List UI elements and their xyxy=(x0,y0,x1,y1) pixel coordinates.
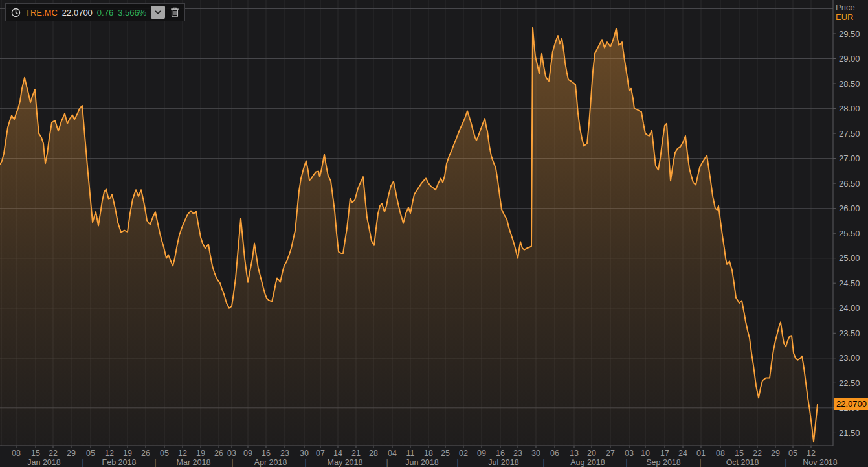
x-tick-label: 09 xyxy=(243,449,252,458)
x-month-label: Nov 2018 xyxy=(803,458,838,467)
y-axis-title-price: Price xyxy=(836,3,855,12)
x-month-label: Jan 2018 xyxy=(27,458,60,467)
x-month-separator: | xyxy=(231,458,233,467)
x-month-separator: | xyxy=(456,458,458,467)
y-tick-label: 26.50 xyxy=(839,179,860,188)
x-tick-label: 01 xyxy=(696,449,706,458)
y-tick-label: 26.00 xyxy=(839,203,860,213)
y-axis-title-currency: EUR xyxy=(836,12,855,22)
x-month-label: Mar 2018 xyxy=(177,458,211,467)
ticker-symbol: TRE.MC xyxy=(25,8,58,17)
x-month-label: Aug 2018 xyxy=(570,458,605,467)
y-tick-label: 24.00 xyxy=(839,303,860,313)
x-month-separator: | xyxy=(625,458,627,467)
x-tick-label: 13 xyxy=(570,449,579,458)
x-tick-label: 25 xyxy=(441,449,450,458)
x-month-label: Apr 2018 xyxy=(254,458,287,467)
x-tick-label: 23 xyxy=(513,449,522,458)
x-tick-label: 06 xyxy=(550,449,559,458)
x-tick-label: 05 xyxy=(86,449,95,458)
x-month-separator: | xyxy=(304,458,306,467)
y-tick-label: 23.50 xyxy=(839,328,860,338)
chevron-down-icon xyxy=(155,10,161,14)
x-tick-label: 12 xyxy=(105,449,114,458)
x-tick-label: 16 xyxy=(496,449,505,458)
price-area-fill xyxy=(0,28,818,446)
x-tick-label: 03 xyxy=(227,449,236,458)
y-tick-label: 28.50 xyxy=(839,79,860,89)
x-tick-label: 03 xyxy=(625,449,634,458)
x-tick-label: 15 xyxy=(31,449,40,458)
x-tick-label: 21 xyxy=(351,449,361,458)
x-tick-label: 08 xyxy=(716,449,725,458)
last-price: 22.0700 xyxy=(62,8,93,17)
x-tick-label: 17 xyxy=(660,449,669,458)
clock-icon xyxy=(11,8,21,17)
chevron-down-button[interactable] xyxy=(151,6,165,19)
y-tick-label: 27.50 xyxy=(839,129,860,139)
x-month-label: Jun 2018 xyxy=(405,458,438,467)
x-tick-label: 05 xyxy=(788,449,797,458)
x-tick-label: 19 xyxy=(123,449,132,458)
x-tick-label: 28 xyxy=(369,449,378,458)
y-tick-label: 24.50 xyxy=(839,279,860,288)
x-tick-label: 22 xyxy=(49,449,58,458)
y-tick-label: 29.00 xyxy=(839,54,860,63)
price-chart[interactable]: 29.5029.0028.5028.0027.5027.0026.5026.00… xyxy=(0,0,868,467)
x-tick-label: 08 xyxy=(12,449,21,458)
x-tick-label: 05 xyxy=(160,449,169,458)
x-month-separator: | xyxy=(542,458,544,467)
instrument-toolbar[interactable]: TRE.MC 22.0700 0.76 3.566% xyxy=(5,3,185,21)
y-tick-label: 25.50 xyxy=(839,229,860,238)
y-axis: 29.5029.0028.5028.0027.5027.0026.5026.00… xyxy=(833,29,860,438)
x-tick-label: 04 xyxy=(388,449,397,458)
y-tick-label: 29.50 xyxy=(839,29,860,39)
x-month-label: Oct 2018 xyxy=(726,458,759,467)
y-tick-label: 27.00 xyxy=(839,154,860,163)
x-tick-label: 12 xyxy=(178,449,187,458)
x-tick-label: 16 xyxy=(262,449,271,458)
x-month-label: Jul 2018 xyxy=(488,458,518,467)
x-month-separator: | xyxy=(386,458,388,467)
x-tick-label: 19 xyxy=(196,449,205,458)
y-axis-title: Price EUR xyxy=(836,3,855,22)
y-tick-label: 22.50 xyxy=(839,378,860,388)
x-month-separator: | xyxy=(785,458,786,467)
x-tick-label: 20 xyxy=(587,449,596,458)
x-month-label: Sep 2018 xyxy=(646,458,681,467)
x-tick-label: 27 xyxy=(606,449,615,458)
x-month-separator: | xyxy=(154,458,156,467)
price-change-percent: 3.566% xyxy=(118,8,146,17)
x-month-separator: | xyxy=(82,458,83,467)
x-axis: 0815222905121926051219260309162330071421… xyxy=(12,446,838,467)
x-tick-label: 26 xyxy=(141,449,150,458)
x-tick-label: 23 xyxy=(280,449,289,458)
x-month-label: Feb 2018 xyxy=(102,458,137,467)
y-tick-label: 28.00 xyxy=(839,104,860,113)
x-tick-label: 26 xyxy=(214,449,223,458)
trash-icon xyxy=(170,7,179,17)
x-tick-label: 02 xyxy=(459,449,468,458)
x-tick-label: 29 xyxy=(771,449,780,458)
price-change: 0.76 xyxy=(97,8,113,17)
x-tick-label: 18 xyxy=(424,449,433,458)
x-tick-label: 22 xyxy=(753,449,762,458)
delete-series-button[interactable] xyxy=(170,7,179,17)
x-month-label: May 2018 xyxy=(328,458,363,467)
x-tick-label: 07 xyxy=(316,449,325,458)
y-tick-label: 21.50 xyxy=(839,428,860,438)
last-price-label: 22.0700 xyxy=(834,398,868,410)
x-tick-label: 11 xyxy=(406,449,415,458)
x-tick-label: 24 xyxy=(678,449,687,458)
x-tick-label: 30 xyxy=(300,449,309,458)
x-tick-label: 14 xyxy=(333,449,342,458)
x-tick-label: 29 xyxy=(67,449,76,458)
x-month-separator: | xyxy=(699,458,701,467)
x-tick-label: 30 xyxy=(531,449,540,458)
y-tick-label: 23.00 xyxy=(839,353,860,363)
x-tick-label: 09 xyxy=(477,449,486,458)
chart-window: 29.5029.0028.5028.0027.5027.0026.5026.00… xyxy=(0,0,868,467)
x-tick-label: 15 xyxy=(735,449,744,458)
y-tick-label: 25.00 xyxy=(839,253,860,263)
x-tick-label: 12 xyxy=(807,449,816,458)
